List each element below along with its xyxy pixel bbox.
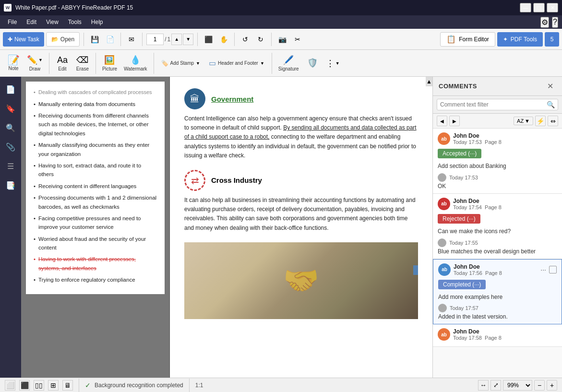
undo-button[interactable]: ↺ xyxy=(239,33,252,46)
comments-panel: COMMENTS ✕ 🔍 ◀ ▶ AZ ▼ ⚡ ⇔ xyxy=(432,77,562,378)
signature-icon: 🖊️ xyxy=(283,55,294,65)
zoom-out-button[interactable]: − xyxy=(534,380,545,391)
sort-dropdown-icon: ▼ xyxy=(525,118,530,124)
app-icon: W xyxy=(4,4,12,12)
header-footer-tool[interactable]: ▭ Header and Footer ▼ xyxy=(205,57,268,70)
fit-width-button[interactable]: ⬛ xyxy=(19,380,30,391)
comment-1-meta: John Doe Today 17:53 Page 8 xyxy=(453,132,557,145)
scroll-up-button[interactable]: ▲ xyxy=(426,77,432,86)
email-button[interactable]: ✉ xyxy=(125,33,138,46)
menu-view[interactable]: View xyxy=(42,17,62,27)
draw-tool[interactable]: ✏️ ▼ Draw xyxy=(24,53,46,73)
hand-tool-button[interactable]: ✋ xyxy=(217,33,230,46)
two-pages-button[interactable]: ▯▯ xyxy=(34,380,44,391)
open-button[interactable]: 📂 Open xyxy=(46,32,80,47)
comment-3-avatar: ab xyxy=(438,263,451,276)
save-as-button[interactable]: 📄 xyxy=(103,33,117,46)
document-left-panel: Dealing with cascades of complicated pro… xyxy=(21,77,170,378)
help-icon[interactable]: ? xyxy=(552,17,558,28)
bullet-item: Dealing with cascades of complicated pro… xyxy=(34,88,157,97)
zoom-in-button[interactable]: + xyxy=(547,380,557,391)
bullet-item: Worried about fraud and the security of … xyxy=(34,235,157,252)
sidebar-icon-pages[interactable]: 📄 xyxy=(2,81,19,98)
hands-image: 🤝 xyxy=(283,263,319,297)
stamp-tools: 🏷️ Add Stamp ▼ ▭ Header and Footer ▼ xyxy=(157,57,268,70)
main-document[interactable]: ▲ 🏛 Government Content Intelligence can … xyxy=(170,77,432,378)
fit-screen-button[interactable]: 🖥 xyxy=(62,380,73,391)
watermark-tool[interactable]: 💧 Watermark xyxy=(121,53,150,73)
edit-tool[interactable]: Aa Edit xyxy=(53,54,72,73)
note-tool[interactable]: 📝 Note xyxy=(4,54,23,72)
sidebar-icon-annotations[interactable]: 📎 xyxy=(2,138,19,155)
sidebar-icon-search[interactable]: 🔍 xyxy=(2,119,19,136)
comment-3-time: Today 17:56 Page 8 xyxy=(454,270,537,276)
page-up-button[interactable]: ▲ xyxy=(171,34,182,45)
fit-page-button[interactable]: ⬜ xyxy=(5,380,15,391)
media-tools: 🖼️ Picture 💧 Watermark xyxy=(99,53,150,73)
sort-button[interactable]: AZ ▼ xyxy=(514,117,533,125)
draw-dropdown-icon: ▼ xyxy=(38,58,43,62)
protect-tool[interactable]: 🛡️ xyxy=(303,56,322,71)
menu-tools[interactable]: Tools xyxy=(64,17,85,27)
comment-3-author: John Doe xyxy=(454,263,537,270)
comments-header: COMMENTS ✕ xyxy=(433,77,562,96)
comment-3-status-badge: Completed (···) xyxy=(438,280,486,289)
page-number-input[interactable] xyxy=(146,34,164,45)
note-label: Note xyxy=(8,66,18,71)
multi-pages-button[interactable]: ⊞ xyxy=(48,380,59,391)
redo-button[interactable]: ↻ xyxy=(254,33,267,46)
close-button[interactable]: ✕ xyxy=(547,3,558,12)
menu-edit[interactable]: Edit xyxy=(23,17,40,27)
title-bar: W White Paper.pdf - ABBYY FineReader PDF… xyxy=(0,0,562,15)
sidebar-icon-fields[interactable]: 📑 xyxy=(2,177,19,194)
picture-tool[interactable]: 🖼️ Picture xyxy=(99,53,120,73)
new-task-button[interactable]: ✚ New Task xyxy=(3,32,44,47)
pdf-tools-button[interactable]: ✦ PDF Tools xyxy=(497,32,543,47)
signature-tool[interactable]: 🖊️ Signature xyxy=(275,53,302,73)
status-bar: ⬜ ⬛ ▯▯ ⊞ 🖥 ✓ Background recognition comp… xyxy=(0,378,562,392)
maximize-button[interactable]: □ xyxy=(533,3,545,12)
fullscreen-icon[interactable]: ⤢ xyxy=(490,380,501,391)
comment-3-checkbox[interactable] xyxy=(549,266,557,273)
next-comment-button[interactable]: ▶ xyxy=(449,116,460,126)
erase-tool[interactable]: ⌫ Erase xyxy=(73,53,92,73)
zoom-select[interactable]: 50% 75% 99% 100% 125% 150% 200% xyxy=(503,380,532,391)
comments-list[interactable]: ab John Doe Today 17:53 Page 8 Accepted … xyxy=(433,129,562,378)
menu-help[interactable]: Help xyxy=(87,17,107,27)
form-editor-button[interactable]: 📋 Form Editor xyxy=(440,32,495,47)
select-tool-button[interactable]: ⬛ xyxy=(202,33,215,46)
minimize-button[interactable]: — xyxy=(520,3,531,12)
comment-2-reply-text: Blue matches the overall design better xyxy=(438,248,557,255)
note-icon: 📝 xyxy=(8,55,20,65)
page-down-button[interactable]: ▼ xyxy=(183,34,193,45)
filter-button[interactable]: ⚡ xyxy=(535,116,546,126)
content-area: 📄 🔖 🔍 📎 ☰ 📑 Dealing with cascades of com… xyxy=(0,77,562,378)
bullet-item: Trying to enforce regulatory compliance xyxy=(34,275,157,284)
crop-button[interactable]: ✂ xyxy=(291,33,304,46)
scan-button[interactable]: 📷 xyxy=(275,33,289,46)
government-section: 🏛 Government Content Intelligence can al… xyxy=(184,88,418,160)
new-task-icon: ✚ xyxy=(8,36,12,43)
expand-button[interactable]: ⇔ xyxy=(548,116,558,126)
comments-close-button[interactable]: ✕ xyxy=(544,81,556,92)
cross-industry-icon: ⇄ xyxy=(184,170,205,191)
comment-3-reply-info: Today 17:57 xyxy=(450,305,478,311)
comments-count-button[interactable]: 5 xyxy=(545,32,559,47)
more-tool[interactable]: ⋮ ▼ xyxy=(323,57,343,70)
draw-icon: ✏️ xyxy=(27,55,37,65)
comment-search-input[interactable] xyxy=(440,101,545,108)
settings-icon[interactable]: ⚙ xyxy=(540,17,549,28)
header-dropdown-icon: ▼ xyxy=(260,61,264,66)
picture-label: Picture xyxy=(102,66,117,71)
menu-file[interactable]: File xyxy=(4,17,21,27)
comment-3-more-button[interactable]: ··· xyxy=(539,266,547,273)
sidebar-icon-layers[interactable]: ☰ xyxy=(2,157,19,175)
government-text: Content Intelligence can also help a gov… xyxy=(184,114,418,160)
add-stamp-tool[interactable]: 🏷️ Add Stamp ▼ xyxy=(157,58,204,69)
resize-icon[interactable]: ↔ xyxy=(478,380,489,391)
sidebar-icon-bookmarks[interactable]: 🔖 xyxy=(2,100,19,117)
save-button[interactable]: 💾 xyxy=(88,33,101,46)
sep2 xyxy=(120,33,121,46)
comment-3-text: Add more examples here xyxy=(438,293,557,301)
prev-comment-button[interactable]: ◀ xyxy=(437,116,447,126)
